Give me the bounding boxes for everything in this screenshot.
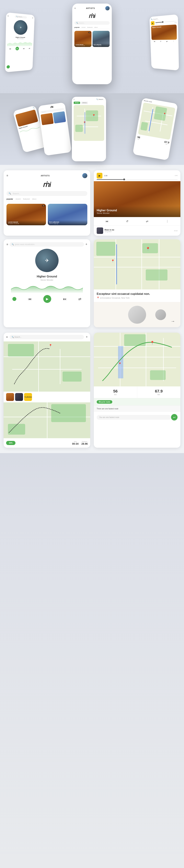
sc4-location-text: at Excepteur Occaecat, New York — [100, 297, 130, 299]
screen-artists: ≡ ARTISTS ṁi 🔍 Search... popular recent … — [4, 170, 90, 236]
screen-player: ▶ 2:26 3:45 Higher Ground Stevi — [94, 170, 180, 236]
sc3-next[interactable]: ⏭ — [63, 297, 67, 301]
tab-recent-center[interactable]: recent — [81, 27, 85, 28]
sc4-arrow-icon[interactable]: → — [171, 319, 175, 324]
card-number-1: 54 — [88, 32, 90, 33]
sc5-stats: time 00:34 Distance 28.96 — [72, 441, 88, 445]
hamburger-icon-center[interactable]: ≡ — [74, 7, 76, 9]
sc6-stat-unit-1: km — [96, 394, 135, 396]
next-btn-left[interactable]: ⏭ — [23, 48, 25, 50]
rc-replay[interactable]: ↺ — [160, 40, 161, 42]
sc4-object1 — [128, 306, 146, 324]
tab-disco-1[interactable]: disco — [32, 198, 36, 200]
sc2-replay[interactable]: ↺ — [126, 220, 128, 223]
sc3-shuffle[interactable]: ⇄ — [78, 297, 81, 301]
sc2-play-btn[interactable]: ▶ — [97, 173, 102, 179]
sc1-avatar[interactable] — [82, 173, 87, 178]
play-btn-right[interactable]: ▶ — [151, 21, 155, 25]
search-bar-center[interactable]: 🔍 Search... — [74, 21, 110, 25]
sc5-photos-strip: +4 photos — [4, 392, 90, 402]
rc-shuffle[interactable]: ⇄ — [166, 40, 168, 42]
play-btn-left[interactable]: ▶ — [16, 47, 19, 50]
sc6-bicycle-btn[interactable]: Bicycle route — [97, 400, 112, 404]
sc6-stat-num-1: 56 — [96, 389, 135, 394]
sc5-search[interactable]: 🔍 Search... — [9, 335, 84, 339]
right-controls: ⏮ ↺ ⇄ ⋮ — [152, 40, 177, 42]
search-bar-right[interactable]: 🔍 Search... — [151, 18, 159, 21]
card-mountain-center[interactable]: 54 Lorem Ipsum Excepteur occaecat — [74, 31, 91, 47]
sc2-time-info: 2:26 3:45 — [104, 175, 178, 177]
sc5-photo-1[interactable] — [6, 393, 14, 401]
sc1-card-2[interactable]: Est Laborum sunt in culpa qui — [48, 204, 87, 225]
plus-icon-left[interactable]: + — [32, 17, 33, 19]
tabs-row-center: popular recent featured disco — [74, 27, 110, 29]
rc-more[interactable]: ⋮ — [173, 40, 174, 42]
sc2-controls: ⏮ ↺ ⇄ ⋮ — [94, 217, 180, 225]
tab-featured-1[interactable]: featured — [23, 198, 30, 200]
tab-featured-center[interactable]: featured — [87, 27, 93, 28]
shuffle-btn-left[interactable]: ⇄ — [29, 47, 30, 49]
time-end-right: 3:45 — [174, 22, 177, 23]
sc3-prev[interactable]: ⏮ — [28, 297, 32, 301]
sc3-play-btn[interactable]: ▶ — [43, 295, 51, 303]
sc6-search-bar[interactable]: You are one fastest route — [97, 415, 171, 420]
tilt4-pin: 📍 — [163, 113, 166, 116]
sc2-more[interactable]: ⋮ — [166, 220, 169, 223]
tab-popular-1[interactable]: popular — [6, 198, 13, 200]
sc4-map1: 📍 📍 — [94, 239, 180, 289]
tilt-phone-4: Bicycle route 📍 56 km 67.9 km — [133, 98, 178, 160]
sc3-song: Higher Ground — [6, 275, 87, 278]
sc3-green-dot — [12, 297, 16, 301]
prev-btn-left[interactable]: ⏮ — [9, 48, 11, 50]
sc4-location-title: Excepteur sint occaecat cupidatat non. — [97, 292, 178, 296]
sc3-plus[interactable]: + — [85, 243, 87, 246]
tilt-phone-3: ≡ 🔍 Search... 56 km 67.9 m 📍 📍 — [72, 97, 106, 161]
sc5-ham[interactable]: ≡ — [6, 336, 8, 339]
time-start-right: 2:24 — [155, 23, 157, 25]
sc1-hamburger[interactable]: ≡ — [6, 174, 8, 177]
song-label-right: Higher Ground — [151, 25, 177, 29]
tilt3-stat1: 56 km — [74, 102, 80, 104]
tab-disco-center[interactable]: disco — [94, 27, 98, 28]
sc2-prev[interactable]: ⏮ — [105, 220, 108, 223]
screen-route: 📍 📍 56 km 67.9 km Bicycle route — [94, 333, 180, 448]
sc3-search[interactable]: 🔍 green wave visualization — [9, 242, 84, 247]
sc6-stat-unit-2: km — [140, 394, 178, 396]
tab-recent-1[interactable]: recent — [16, 198, 21, 200]
sc1-card-num-1: 54 — [42, 205, 45, 207]
sc2-mountain-img: Higher Ground Stevie Wonder — [94, 181, 180, 217]
card-sky-center[interactable]: Est Laborum sunt in culpa qui — [93, 31, 110, 47]
sc6-nav-btn[interactable]: ↩ — [171, 414, 178, 421]
avatar-center[interactable] — [105, 6, 110, 10]
screen-map-location: 📍 📍 Excepteur sint occaecat cupidatat no… — [94, 239, 180, 327]
sc2-shuffle[interactable]: ⇄ — [146, 220, 148, 223]
tilt4-map: 📍 — [138, 102, 176, 140]
sc3-plane-icon: ✈ — [45, 257, 49, 264]
sc3-wave — [6, 284, 87, 293]
sc2-progress-dot[interactable] — [123, 179, 125, 180]
sc3-ham[interactable]: ≡ — [6, 243, 8, 246]
sc5-topbar: ≡ 🔍 Search... + — [4, 333, 90, 341]
sc3-controls: ⏮ ▶ ⏭ ⇄ — [6, 295, 87, 303]
sc5-plus[interactable]: + — [86, 335, 88, 339]
sc1-card-1[interactable]: 54 Lorem Ipsum Excepteur occaecat — [6, 204, 46, 225]
sc1-search[interactable]: 🔍 Search... — [6, 191, 87, 196]
sc6-pin2: 📍 — [118, 362, 122, 366]
sc5-green-btn[interactable]: 54% — [6, 441, 16, 445]
search-bar-left[interactable]: 🔍 Search... — [15, 15, 27, 19]
controls-left: ⏮ ▶ ⏭ ⇄ — [7, 46, 32, 51]
tab-popular-center[interactable]: popular — [74, 27, 80, 28]
sc6-map: 📍 📍 — [94, 333, 180, 386]
tilt3-pin1: 📍 — [92, 114, 96, 117]
sc5-stat-value-2: 28.96 — [81, 442, 88, 445]
tilt1-search: 🔍 — [33, 107, 35, 109]
sc3-search-icon: 🔍 — [12, 243, 14, 245]
sc5-pin1: 📍 — [49, 344, 52, 347]
sc5-more-photos[interactable]: +4 photos — [24, 393, 32, 401]
hamburger-icon-left: ≡ — [7, 15, 9, 17]
sc4-photo-area: → — [94, 302, 180, 327]
tilt1-ham: ≡ — [15, 112, 16, 114]
sc2-next-track: River in me Song Artist 44:34 — [94, 225, 180, 236]
sc5-photo-2[interactable] — [15, 393, 23, 401]
rc-prev[interactable]: ⏮ — [154, 40, 155, 42]
